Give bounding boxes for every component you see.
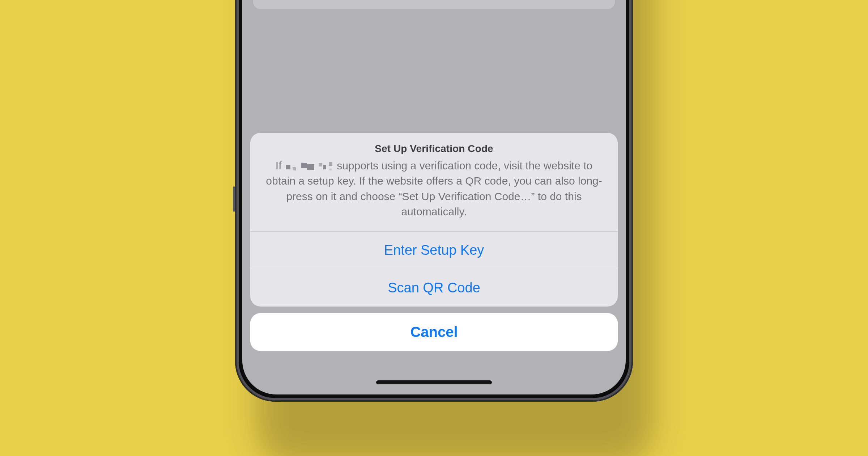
side-button-icon <box>233 186 235 212</box>
screen: Set Up Verification Code… Set Up Verific… <box>242 0 626 394</box>
phone-frame: Set Up Verification Code… Set Up Verific… <box>235 0 633 456</box>
sheet-body-prefix: If <box>276 160 282 172</box>
action-sheet-title: Set Up Verification Code <box>250 133 618 158</box>
enter-setup-key-label: Enter Setup Key <box>384 242 484 258</box>
phone-bezel: Set Up Verification Code… Set Up Verific… <box>235 0 633 402</box>
home-indicator-icon[interactable] <box>376 380 492 384</box>
action-sheet: Set Up Verification Code If supports usi… <box>250 133 618 351</box>
action-sheet-main: Set Up Verification Code If supports usi… <box>250 133 618 307</box>
cancel-label: Cancel <box>410 324 458 340</box>
enter-setup-key-button[interactable]: Enter Setup Key <box>250 232 618 269</box>
redacted-site-name-icon <box>285 161 332 171</box>
action-sheet-message: If supports using a verification code, v… <box>250 158 618 231</box>
scan-qr-code-label: Scan QR Code <box>388 280 480 295</box>
cancel-button[interactable]: Cancel <box>250 313 618 351</box>
scan-qr-code-button[interactable]: Scan QR Code <box>250 269 618 307</box>
